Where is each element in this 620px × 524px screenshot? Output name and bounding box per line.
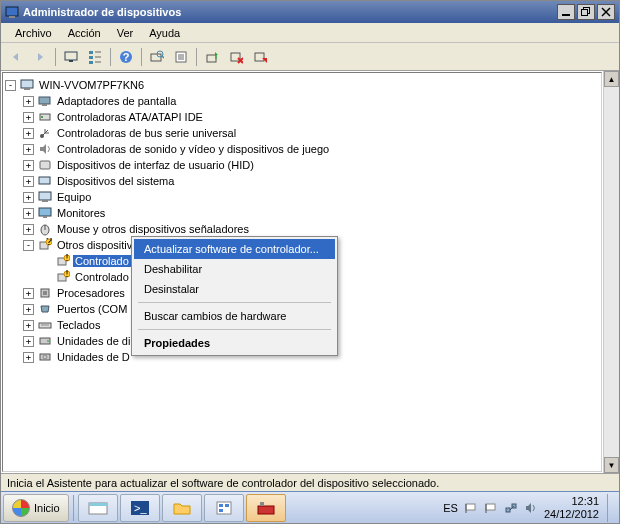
tray-sound-icon[interactable] <box>524 501 538 515</box>
svg-rect-30 <box>39 97 50 104</box>
content-area: - WIN-VVOM7PF7KN6 +Adaptadores de pantal… <box>1 71 619 473</box>
node-label: Controladoras de bus serie universal <box>55 127 238 139</box>
toolbar: ? <box>1 43 619 71</box>
expander-icon[interactable]: + <box>23 320 34 331</box>
tree-node-sound[interactable]: +Controladoras de sonido y vídeo y dispo… <box>5 141 599 157</box>
svg-rect-41 <box>42 200 48 202</box>
uninstall-button[interactable] <box>225 46 247 68</box>
task-folder[interactable] <box>162 494 202 522</box>
minimize-button[interactable] <box>557 4 575 20</box>
ctx-scan-hardware[interactable]: Buscar cambios de hardware <box>134 306 335 326</box>
expander-icon[interactable]: - <box>5 80 16 91</box>
scroll-up-button[interactable]: ▲ <box>604 71 619 87</box>
task-powershell[interactable]: >_ <box>120 494 160 522</box>
expander-icon[interactable]: + <box>23 208 34 219</box>
ctx-properties[interactable]: Propiedades <box>134 333 335 353</box>
task-server-manager[interactable] <box>204 494 244 522</box>
clock[interactable]: 12:31 24/12/2012 <box>544 495 599 519</box>
svg-rect-73 <box>466 504 475 510</box>
tree-node-mouse[interactable]: +Mouse y otros dispositivos señaladores <box>5 221 599 237</box>
node-label: Mouse y otros dispositivos señaladores <box>55 223 251 235</box>
expander-icon[interactable]: + <box>23 112 34 123</box>
scroll-down-button[interactable]: ▼ <box>604 457 619 473</box>
language-indicator[interactable]: ES <box>443 502 458 514</box>
menu-help[interactable]: Ayuda <box>141 25 188 41</box>
device-tree[interactable]: - WIN-VVOM7PF7KN6 +Adaptadores de pantal… <box>2 72 602 472</box>
properties-button[interactable] <box>170 46 192 68</box>
svg-rect-64 <box>89 503 107 506</box>
svg-rect-68 <box>219 504 223 507</box>
computer-icon <box>38 190 52 204</box>
tree-node-hid[interactable]: +Dispositivos de interfaz de usuario (HI… <box>5 157 599 173</box>
svg-line-17 <box>162 56 164 58</box>
svg-rect-22 <box>207 55 216 62</box>
svg-rect-33 <box>41 116 43 118</box>
keyboard-icon <box>38 318 52 332</box>
expander-icon[interactable]: + <box>23 352 34 363</box>
vertical-scrollbar[interactable]: ▲ ▼ <box>603 71 619 473</box>
monitor-icon[interactable] <box>60 46 82 68</box>
expander-icon[interactable]: + <box>23 192 34 203</box>
svg-rect-7 <box>89 51 93 54</box>
tray-action-icon[interactable] <box>484 501 498 515</box>
tree-node-computer[interactable]: +Equipo <box>5 189 599 205</box>
tree-node-usb[interactable]: +Controladoras de bus serie universal <box>5 125 599 141</box>
task-explorer[interactable] <box>78 494 118 522</box>
scan-hardware-button[interactable] <box>146 46 168 68</box>
node-label: Adaptadores de pantalla <box>55 95 178 107</box>
ide-controller-icon <box>38 110 52 124</box>
tree-node-display[interactable]: +Adaptadores de pantalla <box>5 93 599 109</box>
close-button[interactable] <box>597 4 615 20</box>
menu-file[interactable]: Archivo <box>7 25 60 41</box>
tree-icon[interactable] <box>84 46 106 68</box>
ctx-disable[interactable]: Deshabilitar <box>134 259 335 279</box>
taskbar: Inicio >_ ES 12:31 24/12/2012 <box>1 491 619 523</box>
svg-rect-75 <box>486 504 495 510</box>
tree-node-ata[interactable]: +Controladoras ATA/ATAPI IDE <box>5 109 599 125</box>
expander-icon[interactable]: + <box>23 160 34 171</box>
svg-rect-38 <box>40 161 50 169</box>
tree-root[interactable]: - WIN-VVOM7PF7KN6 <box>5 77 599 93</box>
menu-view[interactable]: Ver <box>109 25 142 41</box>
restore-button[interactable] <box>577 4 595 20</box>
start-button[interactable]: Inicio <box>3 494 69 522</box>
svg-rect-71 <box>258 506 274 514</box>
expander-icon[interactable]: + <box>23 96 34 107</box>
expander-icon[interactable]: + <box>23 288 34 299</box>
svg-rect-31 <box>42 104 47 106</box>
tray-flag-icon[interactable] <box>464 501 478 515</box>
scroll-track[interactable] <box>604 87 619 457</box>
tray-network-icon[interactable] <box>504 501 518 515</box>
expander-icon[interactable]: + <box>23 304 34 315</box>
node-label: Procesadores <box>55 287 127 299</box>
node-label: Monitores <box>55 207 107 219</box>
expander-icon[interactable]: + <box>23 336 34 347</box>
ctx-update-driver[interactable]: Actualizar software de controlador... <box>134 239 335 259</box>
expander-icon[interactable]: + <box>23 224 34 235</box>
expander-icon[interactable]: - <box>23 240 34 251</box>
ctx-uninstall[interactable]: Desinstalar <box>134 279 335 299</box>
disable-button[interactable] <box>249 46 271 68</box>
svg-rect-70 <box>219 509 223 512</box>
computer-icon <box>20 78 34 92</box>
show-desktop-button[interactable] <box>607 494 617 522</box>
tree-node-monitor[interactable]: +Monitores <box>5 205 599 221</box>
svg-rect-28 <box>21 80 33 88</box>
expander-icon[interactable]: + <box>23 176 34 187</box>
tree-node-system[interactable]: +Dispositivos del sistema <box>5 173 599 189</box>
device-manager-window: Administrador de dispositivos Archivo Ac… <box>0 0 620 524</box>
expander-icon[interactable]: + <box>23 144 34 155</box>
svg-text:>_: >_ <box>134 502 147 514</box>
start-label: Inicio <box>34 502 60 514</box>
node-label: Teclados <box>55 319 102 331</box>
task-device-manager[interactable] <box>246 494 286 522</box>
node-label: Equipo <box>55 191 93 203</box>
menu-action[interactable]: Acción <box>60 25 109 41</box>
hid-icon <box>38 158 52 172</box>
svg-rect-9 <box>89 61 93 64</box>
update-driver-button[interactable] <box>201 46 223 68</box>
svg-rect-8 <box>89 56 93 59</box>
expander-icon[interactable]: + <box>23 128 34 139</box>
node-label: WIN-VVOM7PF7KN6 <box>37 79 146 91</box>
help-button[interactable]: ? <box>115 46 137 68</box>
